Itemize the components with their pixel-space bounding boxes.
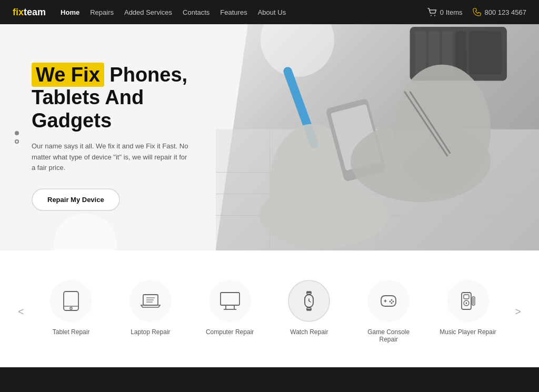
cart-label: 0 Items xyxy=(440,8,463,16)
phone-icon xyxy=(473,8,481,16)
gamepad-icon-circle xyxy=(367,280,410,322)
laptop-icon xyxy=(139,289,162,313)
nav-about[interactable]: About Us xyxy=(258,8,286,16)
logo-team: team xyxy=(24,7,46,17)
watch-icon-circle xyxy=(288,280,330,322)
deco-circle-bottom xyxy=(54,214,117,250)
svg-line-39 xyxy=(309,301,311,302)
service-label-computer: Computer Repair xyxy=(206,328,254,336)
svg-rect-10 xyxy=(415,31,425,74)
logo-fix: fix xyxy=(13,7,24,17)
svg-rect-14 xyxy=(469,31,501,74)
svg-point-44 xyxy=(391,299,393,301)
hero-title-line3: Gadgets xyxy=(32,109,112,132)
logo[interactable]: fixteam xyxy=(13,7,46,18)
hero-title-line2: Tablets And xyxy=(32,86,144,108)
gamepad-icon xyxy=(377,289,400,313)
slide-dot-2[interactable] xyxy=(15,139,19,144)
nav-home[interactable]: Home xyxy=(61,8,79,16)
navbar-right: 0 Items 800 123 4567 xyxy=(427,8,526,16)
svg-point-47 xyxy=(391,303,393,304)
repair-cta-button[interactable]: Repair My Device xyxy=(32,188,120,211)
laptop-icon-circle xyxy=(129,280,172,322)
slide-indicators xyxy=(15,131,19,144)
svg-rect-48 xyxy=(462,293,471,309)
services-carousel: < Tablet Repair xyxy=(11,272,528,351)
svg-rect-31 xyxy=(221,293,239,305)
dark-section: We Can Fix It Almost xyxy=(0,367,539,392)
service-item-tablet[interactable]: Tablet Repair xyxy=(32,272,111,344)
computer-icon xyxy=(218,289,242,313)
svg-point-25 xyxy=(70,307,72,309)
carousel-next[interactable]: > xyxy=(507,300,528,323)
services-grid: Tablet Repair Laptop Repair xyxy=(32,272,508,351)
nav-links: Home Repairs Added Services Contacts Fea… xyxy=(61,8,286,16)
cart-area[interactable]: 0 Items xyxy=(427,8,463,16)
service-label-laptop: Laptop Repair xyxy=(131,328,170,336)
computer-icon-circle xyxy=(209,280,251,322)
hero-title: We Fix Phones, Tablets And Gadgets xyxy=(32,64,189,133)
svg-rect-51 xyxy=(464,295,469,299)
hero-title-rest: Phones, xyxy=(104,64,187,86)
svg-point-50 xyxy=(465,303,467,304)
carousel-prev[interactable]: < xyxy=(11,300,32,323)
svg-point-46 xyxy=(390,301,391,303)
service-item-computer[interactable]: Computer Repair xyxy=(190,272,270,344)
phone-label: 800 123 4567 xyxy=(484,8,526,16)
hero-content: We Fix Phones, Tablets And Gadgets Our n… xyxy=(0,64,221,211)
cart-icon xyxy=(427,8,437,16)
service-label-watch: Watch Repair xyxy=(290,328,328,336)
svg-point-1 xyxy=(434,15,435,16)
svg-point-21 xyxy=(394,65,491,194)
nav-features[interactable]: Features xyxy=(220,8,247,16)
service-item-watch[interactable]: Watch Repair xyxy=(270,272,349,344)
hero-title-highlight: We Fix xyxy=(32,63,104,87)
tablet-icon-circle xyxy=(50,280,92,322)
hero-image xyxy=(216,24,539,250)
music-player-icon-circle xyxy=(447,280,489,322)
svg-point-0 xyxy=(431,15,432,16)
services-section: < Tablet Repair xyxy=(0,250,539,367)
nav-contacts[interactable]: Contacts xyxy=(183,8,209,16)
service-label-music: Music Player Repair xyxy=(440,328,496,336)
navbar-left: fixteam Home Repairs Added Services Cont… xyxy=(13,7,286,18)
navbar: fixteam Home Repairs Added Services Cont… xyxy=(0,0,539,24)
phone-area[interactable]: 800 123 4567 xyxy=(473,8,526,16)
service-label-gamepad: Game Console Repair xyxy=(360,328,418,343)
hero-section: We Fix Phones, Tablets And Gadgets Our n… xyxy=(0,24,539,250)
nav-added-services[interactable]: Added Services xyxy=(124,8,172,16)
hero-subtitle: Our name says it all. We fix it and we F… xyxy=(32,141,189,174)
watch-icon xyxy=(297,289,321,313)
service-label-tablet: Tablet Repair xyxy=(53,328,90,336)
slide-dot-1[interactable] xyxy=(15,131,19,135)
svg-point-45 xyxy=(393,301,394,303)
music-player-icon xyxy=(456,289,480,313)
service-item-music[interactable]: Music Player Repair xyxy=(428,272,508,344)
tablet-icon xyxy=(59,289,83,313)
service-item-gamepad[interactable]: Game Console Repair xyxy=(349,272,428,351)
service-item-laptop[interactable]: Laptop Repair xyxy=(111,272,190,344)
nav-repairs[interactable]: Repairs xyxy=(90,8,114,16)
